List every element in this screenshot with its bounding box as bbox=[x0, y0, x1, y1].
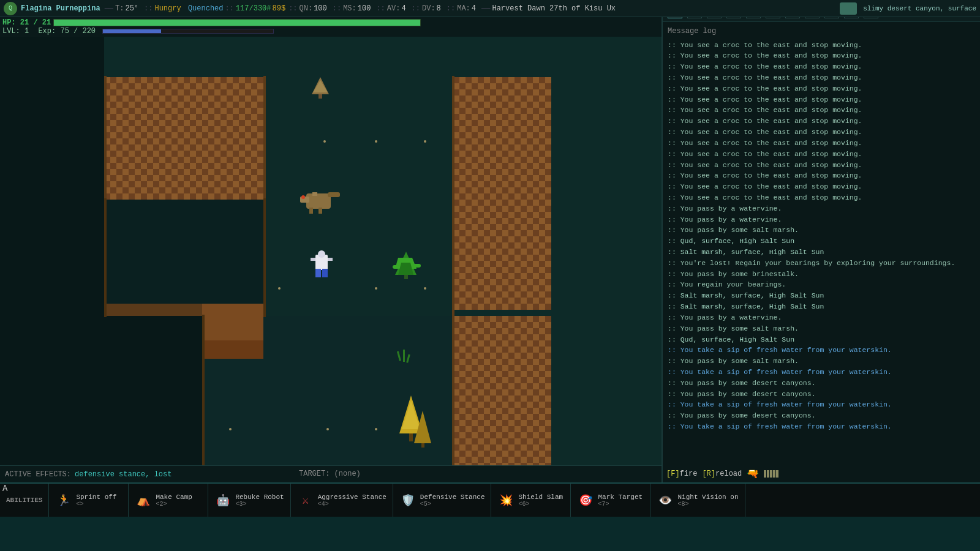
log-message: :: You pass by a watervine. bbox=[668, 312, 975, 323]
aggressive-icon: ⚔️ bbox=[297, 492, 314, 509]
effects-label: ACTIVE EFFECTS: bbox=[5, 470, 71, 479]
log-message: :: You see a croc to the east and stop m… bbox=[668, 105, 975, 116]
svg-rect-14 bbox=[104, 304, 208, 316]
log-message: :: You see a croc to the east and stop m… bbox=[668, 127, 975, 138]
log-message: :: You pass by some salt marsh. bbox=[668, 356, 975, 367]
svg-rect-56 bbox=[104, 76, 107, 198]
date-location: Harvest Dawn 27th of Kisu Ux bbox=[492, 4, 616, 13]
svg-point-20 bbox=[278, 287, 281, 290]
ability-defensive[interactable]: 🛡️ Defensive Stance <5> bbox=[393, 484, 492, 517]
log-message: :: You see a croc to the east and stop m… bbox=[668, 83, 975, 94]
active-effects: defensive stance, lost bbox=[75, 470, 172, 479]
svg-rect-47 bbox=[393, 265, 400, 269]
log-message: :: You see a croc to the east and stop m… bbox=[668, 181, 975, 192]
game-logo: Q bbox=[4, 2, 17, 15]
hp-label: HP: 21 / 21 bbox=[2, 18, 51, 27]
exp-bar bbox=[102, 29, 274, 34]
hunger-status: Hungry bbox=[154, 4, 181, 13]
thirst-status: Quenched bbox=[188, 4, 224, 13]
log-message: :: You see a croc to the east and stop m… bbox=[668, 61, 975, 72]
log-message: :: You pass by some desert canyons. bbox=[668, 389, 975, 400]
log-message: :: You see a croc to the east and stop m… bbox=[668, 40, 975, 51]
svg-rect-57 bbox=[263, 76, 266, 198]
svg-rect-58 bbox=[263, 198, 266, 317]
ammo-bar bbox=[764, 470, 778, 478]
reload-key: [R] bbox=[702, 470, 715, 478]
log-message: :: You pass by some desert canyons. bbox=[668, 410, 975, 421]
svg-rect-49 bbox=[403, 350, 405, 362]
ability-night-vision[interactable]: 👁️ Night Vision on <8> bbox=[650, 484, 745, 517]
svg-rect-16 bbox=[202, 340, 263, 359]
svg-point-22 bbox=[424, 287, 426, 290]
ability-rebuke-robot[interactable]: 🤖 Rebuke Robot <3> bbox=[208, 484, 290, 517]
ability-shield-slam[interactable]: 💥 Shield Slam <6> bbox=[491, 484, 571, 517]
night-vision-icon: 👁️ bbox=[657, 492, 674, 509]
level-label: LVL: 1 bbox=[2, 27, 29, 36]
ammo-pip bbox=[767, 470, 769, 478]
gold-value: 89$ bbox=[273, 4, 286, 13]
level-row: LVL: 1 Exp: 75 / 220 bbox=[2, 27, 659, 36]
svg-rect-46 bbox=[413, 264, 421, 268]
target-bar: TARGET: (none) bbox=[294, 465, 662, 482]
weapon-icon: 🔫 bbox=[747, 468, 759, 480]
svg-point-18 bbox=[375, 140, 377, 143]
svg-rect-38 bbox=[315, 269, 321, 277]
hp-bar bbox=[53, 19, 421, 26]
svg-point-32 bbox=[301, 195, 305, 199]
svg-rect-11 bbox=[263, 77, 453, 310]
svg-rect-34 bbox=[318, 208, 322, 214]
target-label: TARGET: (none) bbox=[299, 470, 361, 478]
make-camp-key: <2> bbox=[156, 501, 192, 508]
ammo-pip bbox=[764, 470, 766, 478]
log-message: :: You see a croc to the east and stop m… bbox=[668, 170, 975, 181]
shield-slam-name: Shield Slam bbox=[518, 493, 563, 501]
ammo-pip bbox=[770, 470, 772, 478]
rebuke-robot-name: Rebuke Robot bbox=[235, 493, 284, 501]
ability-mark-target[interactable]: 🎯 Mark Target <7> bbox=[571, 484, 650, 517]
exp-bar-fill bbox=[103, 29, 161, 33]
log-message: :: You pass by a watervine. bbox=[668, 214, 975, 225]
defensive-name: Defensive Stance bbox=[420, 493, 485, 501]
ammo-pip bbox=[773, 470, 775, 478]
log-message: :: You take a sip of fresh water from yo… bbox=[668, 421, 975, 432]
svg-rect-9 bbox=[453, 77, 551, 310]
svg-point-24 bbox=[326, 428, 329, 430]
svg-point-25 bbox=[375, 428, 377, 430]
svg-rect-40 bbox=[311, 258, 315, 261]
log-message: :: You pass by some brinestalk. bbox=[668, 269, 975, 280]
night-vision-key: <8> bbox=[677, 501, 738, 508]
svg-rect-2 bbox=[0, 34, 104, 316]
svg-rect-12 bbox=[104, 200, 263, 316]
svg-rect-41 bbox=[328, 258, 333, 261]
aggressive-key: <4> bbox=[318, 501, 386, 508]
ability-sprint[interactable]: 🏃 Sprint off <> bbox=[49, 484, 129, 517]
svg-rect-33 bbox=[309, 208, 313, 214]
log-message: :: You see a croc to the east and stop m… bbox=[668, 72, 975, 83]
svg-rect-61 bbox=[202, 315, 205, 465]
svg-rect-39 bbox=[322, 269, 328, 277]
log-message: :: Qud, surface, High Salt Sun bbox=[668, 334, 975, 345]
ms-val: 100 bbox=[358, 4, 371, 13]
rebuke-robot-key: <3> bbox=[235, 501, 284, 508]
log-message: :: You regain your bearings. bbox=[668, 279, 975, 290]
svg-rect-29 bbox=[306, 193, 331, 209]
svg-rect-35 bbox=[312, 192, 317, 196]
log-message: :: Qud, surface, High Salt Sun bbox=[668, 236, 975, 247]
log-message: :: You pass by some salt marsh. bbox=[668, 225, 975, 236]
log-message: :: You see a croc to the east and stop m… bbox=[668, 192, 975, 203]
shield-slam-key: <6> bbox=[518, 501, 563, 508]
ammo-pip bbox=[776, 470, 778, 478]
ability-make-camp[interactable]: ⛺ Make Camp <2> bbox=[129, 484, 208, 517]
svg-point-19 bbox=[424, 140, 426, 143]
svg-rect-31 bbox=[328, 192, 340, 197]
night-vision-name: Night Vision on bbox=[677, 493, 738, 501]
av-val: 4 bbox=[401, 4, 405, 13]
character-name: Flagina Purneppina bbox=[21, 4, 100, 13]
svg-rect-59 bbox=[104, 198, 107, 317]
rebuke-robot-icon: 🤖 bbox=[214, 492, 232, 509]
ma-val: 4 bbox=[472, 4, 476, 13]
svg-rect-51 bbox=[409, 432, 413, 441]
ability-aggressive[interactable]: ⚔️ Aggressive Stance <4> bbox=[291, 484, 393, 517]
defensive-key: <5> bbox=[420, 501, 485, 508]
svg-rect-60 bbox=[452, 76, 454, 465]
